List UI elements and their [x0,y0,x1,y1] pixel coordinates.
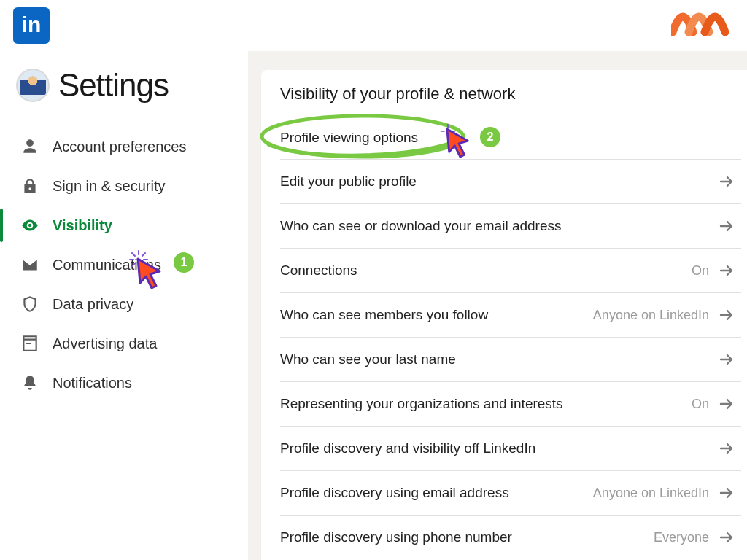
sidebar-item-account-preferences[interactable]: Account preferences [0,127,235,166]
sidebar-nav: Account preferences Sign in & security V… [0,127,235,402]
document-icon [20,334,39,353]
setting-label: Connections [280,262,357,279]
setting-value: On [692,263,709,279]
arrow-right-icon [718,351,735,368]
avatar[interactable] [16,69,50,102]
setting-value: Anyone on LinkedIn [593,308,709,323]
setting-value: Everyone [654,530,709,545]
setting-row-members-you-follow[interactable]: Who can see members you follow Anyone on… [280,292,741,337]
setting-value: On [692,397,709,412]
sidebar: Settings Account preferences Sign in & s… [0,51,248,560]
setting-label: Profile viewing options [280,130,418,146]
mooncard-logo [671,7,734,36]
setting-value: Anyone on LinkedIn [593,486,709,501]
setting-label: Profile discovery using phone number [280,529,512,545]
sidebar-item-label: Data privacy [53,296,133,313]
setting-row-email-visibility[interactable]: Who can see or download your email addre… [280,203,741,248]
sidebar-item-label: Account preferences [53,139,186,155]
setting-row-connections[interactable]: Connections On [280,248,741,292]
setting-label: Who can see or download your email addre… [280,218,561,234]
setting-row-profile-viewing-options[interactable]: Profile viewing options [280,111,741,159]
person-icon [20,137,39,156]
setting-row-last-name[interactable]: Who can see your last name [280,337,741,381]
sidebar-item-visibility[interactable]: Visibility [0,206,235,245]
topbar: in [0,0,747,51]
sidebar-item-label: Advertising data [53,335,157,352]
shield-icon [20,295,39,314]
arrow-right-icon [718,262,735,279]
arrow-right-icon [718,173,735,190]
linkedin-logo-text: in [22,12,42,37]
sidebar-item-label: Visibility [53,217,112,234]
lock-icon [20,176,39,195]
setting-row-discovery-off-linkedin[interactable]: Profile discovery and visibility off Lin… [280,426,741,470]
arrow-right-icon [718,395,735,413]
arrow-right-icon [718,484,735,502]
main-content: Visibility of your profile & network Pro… [248,51,747,560]
setting-label: Representing your organizations and inte… [280,396,563,412]
setting-row-discovery-phone[interactable]: Profile discovery using phone number Eve… [280,515,741,559]
arrow-right-icon [718,217,735,235]
envelope-icon [20,255,39,274]
sidebar-item-label: Sign in & security [53,178,166,195]
setting-label: Profile discovery using email address [280,485,509,501]
setting-row-organizations-interests[interactable]: Representing your organizations and inte… [280,381,741,426]
sidebar-item-label: Notifications [53,375,132,392]
sidebar-item-notifications[interactable]: Notifications [0,363,235,402]
settings-panel: Visibility of your profile & network Pro… [261,70,747,560]
sidebar-item-sign-in-security[interactable]: Sign in & security [0,166,235,206]
sidebar-header: Settings [0,67,235,114]
setting-label: Who can see members you follow [280,307,488,323]
arrow-right-icon [718,440,735,457]
setting-label: Profile discovery and visibility off Lin… [280,440,535,456]
sidebar-item-label: Communications [53,257,161,273]
bell-icon [20,373,39,392]
eye-icon [20,216,39,235]
linkedin-logo: in [13,7,50,44]
sidebar-item-data-privacy[interactable]: Data privacy [0,284,235,324]
arrow-right-icon [718,306,735,324]
panel-title: Visibility of your profile & network [280,85,741,104]
setting-row-edit-public-profile[interactable]: Edit your public profile [280,159,741,203]
page-title: Settings [58,67,169,104]
setting-label: Who can see your last name [280,351,456,368]
arrow-right-icon [718,529,735,546]
sidebar-item-communications[interactable]: Communications [0,245,235,284]
sidebar-item-advertising-data[interactable]: Advertising data [0,324,235,363]
setting-row-discovery-email[interactable]: Profile discovery using email address An… [280,470,741,515]
setting-label: Edit your public profile [280,174,417,190]
